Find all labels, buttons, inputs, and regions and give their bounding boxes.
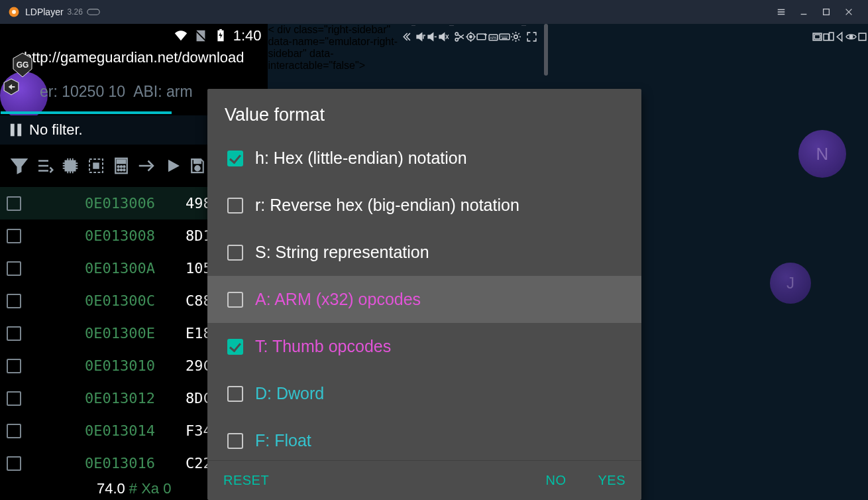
save-button[interactable] xyxy=(185,145,210,187)
sidebar-settings-button[interactable] xyxy=(510,24,521,50)
row-checkbox[interactable] xyxy=(7,294,21,308)
tab-indicator-row xyxy=(0,111,172,114)
sidebar-location-button[interactable] xyxy=(465,24,476,50)
option-checkbox[interactable] xyxy=(227,433,243,449)
filter-funnel-button[interactable] xyxy=(7,145,32,187)
chip-button[interactable] xyxy=(58,145,83,187)
memory-address: 0E01300C xyxy=(85,292,171,309)
sidebar-android-recent-button[interactable] xyxy=(857,24,868,50)
option-checkbox[interactable] xyxy=(227,245,243,261)
floating-bubble-j[interactable]: J xyxy=(770,263,811,304)
gamepad-icon xyxy=(87,7,100,17)
svg-point-46 xyxy=(849,35,852,38)
arrow-right-long-button[interactable] xyxy=(134,145,159,187)
sidebar-eye-button[interactable] xyxy=(845,24,857,50)
svg-rect-3 xyxy=(824,9,830,15)
calculator-button[interactable] xyxy=(109,145,134,187)
memory-address: 0E013006 xyxy=(85,195,171,212)
value-format-dialog: Value format h: Hex (little-endian) nota… xyxy=(207,89,641,500)
sidebar-mute-button[interactable] xyxy=(438,24,449,50)
svg-rect-45 xyxy=(830,32,834,40)
window-maximize-button[interactable] xyxy=(815,0,838,24)
android-clock: 1:40 xyxy=(233,27,262,44)
memory-address: 0E01300E xyxy=(85,325,171,342)
value-format-option-A[interactable]: A: ARM (x32) opcodes xyxy=(207,276,641,323)
arrow-forward-button[interactable] xyxy=(160,145,185,187)
sidebar-multi-window-button[interactable] xyxy=(823,24,834,50)
svg-text:APK: APK xyxy=(490,36,498,40)
window-minimize-button[interactable] xyxy=(792,0,815,24)
sidebar-volume-up-button[interactable] xyxy=(415,24,427,50)
value-format-option-F[interactable]: F: Float xyxy=(207,417,641,460)
sidebar-collapse-button[interactable] xyxy=(400,24,411,50)
row-checkbox[interactable] xyxy=(7,196,21,211)
row-checkbox[interactable] xyxy=(7,424,21,438)
option-checkbox[interactable] xyxy=(227,292,243,308)
ldplayer-logo-icon xyxy=(8,6,20,18)
svg-rect-6 xyxy=(219,29,222,31)
sidebar-keyboard-plus-button[interactable] xyxy=(476,24,488,50)
svg-rect-17 xyxy=(17,124,21,137)
dialog-reset-button[interactable]: RESET xyxy=(223,473,269,488)
row-checkbox[interactable] xyxy=(7,326,21,341)
sidebar-keyboard-button[interactable] xyxy=(499,24,510,50)
option-label: h: Hex (little-endian) notation xyxy=(255,149,467,168)
value-format-option-T[interactable]: T: Thumb opcodes xyxy=(207,323,641,370)
option-label: A: ARM (x32) opcodes xyxy=(255,290,421,309)
sidebar-apk-button[interactable]: APK xyxy=(488,24,499,50)
pause-icon[interactable] xyxy=(7,121,25,139)
svg-rect-22 xyxy=(117,160,126,163)
window-hamburger-button[interactable] xyxy=(770,0,792,24)
sidebar-scrollbar[interactable] xyxy=(544,24,548,76)
row-checkbox[interactable] xyxy=(7,359,21,373)
svg-point-34 xyxy=(456,38,459,41)
svg-point-28 xyxy=(123,169,125,171)
svg-rect-20 xyxy=(93,163,99,168)
row-checkbox[interactable] xyxy=(7,391,21,406)
option-checkbox[interactable] xyxy=(227,386,243,402)
floating-bubble-n-label: N xyxy=(816,144,829,164)
memory-address: 0E01300A xyxy=(85,260,171,277)
svg-point-27 xyxy=(121,169,123,171)
sidebar-android-back-button[interactable] xyxy=(834,24,845,50)
row-checkbox[interactable] xyxy=(7,229,21,243)
memory-address: 0E013014 xyxy=(85,422,171,439)
svg-marker-29 xyxy=(169,161,178,171)
app-version: 3.26 xyxy=(68,7,83,17)
svg-point-31 xyxy=(195,166,201,171)
sidebar-fullscreen-button[interactable] xyxy=(526,24,537,50)
abi-info-text: ABI: arm xyxy=(133,83,192,101)
svg-point-23 xyxy=(117,166,119,168)
svg-point-1 xyxy=(12,10,16,14)
row-checkbox[interactable] xyxy=(7,261,21,276)
row-checkbox[interactable] xyxy=(7,456,21,471)
dialog-yes-button[interactable]: YES xyxy=(598,473,625,488)
option-label: F: Float xyxy=(255,431,311,450)
value-format-option-h[interactable]: h: Hex (little-endian) notation xyxy=(207,135,641,182)
window-close-button[interactable] xyxy=(838,0,860,24)
value-format-option-r[interactable]: r: Reverse hex (big-endian) notation xyxy=(207,182,641,229)
emulator-main-area: 1:40 http://gameguardian.net/download GG… xyxy=(0,24,268,500)
option-checkbox[interactable] xyxy=(227,151,243,166)
svg-point-33 xyxy=(456,32,459,35)
svg-point-41 xyxy=(514,35,517,38)
gg-xa-text: # Xa 0 xyxy=(129,480,172,497)
option-checkbox[interactable] xyxy=(227,198,243,214)
sidebar-volume-down-button[interactable] xyxy=(427,24,438,50)
select-all-button[interactable] xyxy=(32,145,57,187)
select-region-button[interactable] xyxy=(83,145,108,187)
option-checkbox[interactable] xyxy=(227,339,243,355)
option-label: T: Thumb opcodes xyxy=(255,337,391,356)
sidebar-screenshot-button[interactable] xyxy=(812,24,823,50)
value-format-option-D[interactable]: D: Dword xyxy=(207,370,641,417)
option-label: r: Reverse hex (big-endian) notation xyxy=(255,196,519,215)
window-titlebar: LDPlayer 3.26 xyxy=(0,0,868,24)
sidebar-scissors-button[interactable] xyxy=(454,24,465,50)
svg-rect-47 xyxy=(859,33,866,40)
gg-url-banner: http://gameguardian.net/download xyxy=(24,49,244,66)
filter-label[interactable]: No filter. xyxy=(29,121,83,139)
dialog-footer: RESET NO YES xyxy=(207,460,641,500)
value-format-option-S[interactable]: S: String representation xyxy=(207,229,641,276)
floating-bubble-n[interactable]: N xyxy=(798,130,846,178)
dialog-no-button[interactable]: NO xyxy=(545,473,566,488)
